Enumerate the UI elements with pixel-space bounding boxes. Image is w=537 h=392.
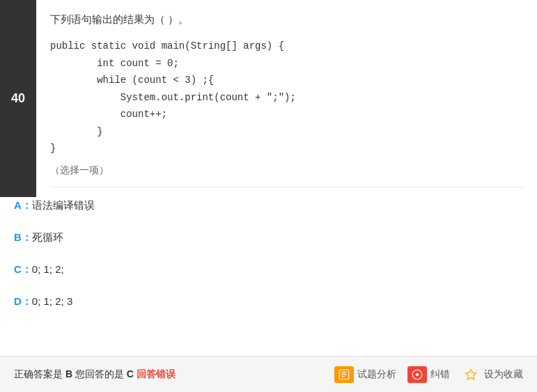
- user-prefix-text: 您回答的是: [75, 368, 124, 379]
- option-a-text: 语法编译错误: [32, 199, 95, 211]
- option-d-label: D：: [14, 295, 32, 307]
- options-area: A：语法编译错误 B：死循环 C：0; 1; 2; D：0; 1; 2; 3: [0, 197, 537, 325]
- option-d-text: 0; 1; 2; 3: [32, 295, 72, 307]
- analysis-icon: [334, 366, 354, 383]
- correct-label: 纠错: [430, 368, 450, 381]
- option-a[interactable]: A：语法编译错误: [14, 197, 523, 214]
- question-text: 下列语句输出的结果为（ ）。: [50, 11, 523, 28]
- collect-label: 设为收藏: [484, 368, 523, 381]
- option-d[interactable]: D：0; 1; 2; 3: [14, 293, 523, 310]
- analysis-svg: [338, 368, 350, 381]
- question-container: 40 下列语句输出的结果为（ ）。 public static void mai…: [0, 0, 537, 392]
- option-a-label: A：: [14, 199, 32, 211]
- svg-point-5: [416, 373, 419, 376]
- question-header: 40 下列语句输出的结果为（ ）。 public static void mai…: [0, 0, 537, 197]
- bottom-actions: 试题分析 纠错 设为收藏: [334, 366, 523, 383]
- option-c[interactable]: C：0; 1; 2;: [14, 261, 523, 278]
- collect-icon: [461, 366, 481, 383]
- option-b-label: B：: [14, 231, 32, 243]
- correct-letter: B: [65, 368, 72, 379]
- divider: [50, 187, 523, 187]
- user-letter-text: C: [127, 368, 134, 379]
- option-b-text: 死循环: [32, 231, 63, 243]
- code-block: public static void main(String[] args) {…: [50, 38, 523, 157]
- correct-svg: [411, 368, 423, 381]
- question-number: 40: [0, 0, 36, 197]
- collect-button[interactable]: 设为收藏: [461, 366, 523, 383]
- option-b[interactable]: B：死循环: [14, 229, 523, 246]
- wrong-label: 回答错误: [137, 368, 176, 379]
- answer-prefix-text: 正确答案是: [14, 368, 63, 379]
- analysis-label: 试题分析: [357, 368, 396, 381]
- option-c-text: 0; 1; 2;: [32, 263, 64, 275]
- analysis-button[interactable]: 试题分析: [334, 366, 396, 383]
- bottom-bar: 正确答案是 B 您回答的是 C 回答错误 试题分析: [0, 356, 537, 392]
- star-svg: [465, 368, 477, 381]
- correct-icon: [407, 366, 427, 383]
- answer-info: 正确答案是 B 您回答的是 C 回答错误: [14, 368, 176, 381]
- option-c-label: C：: [14, 263, 32, 275]
- select-hint: （选择一项）: [50, 164, 523, 177]
- svg-marker-6: [466, 369, 476, 379]
- correct-button[interactable]: 纠错: [407, 366, 450, 383]
